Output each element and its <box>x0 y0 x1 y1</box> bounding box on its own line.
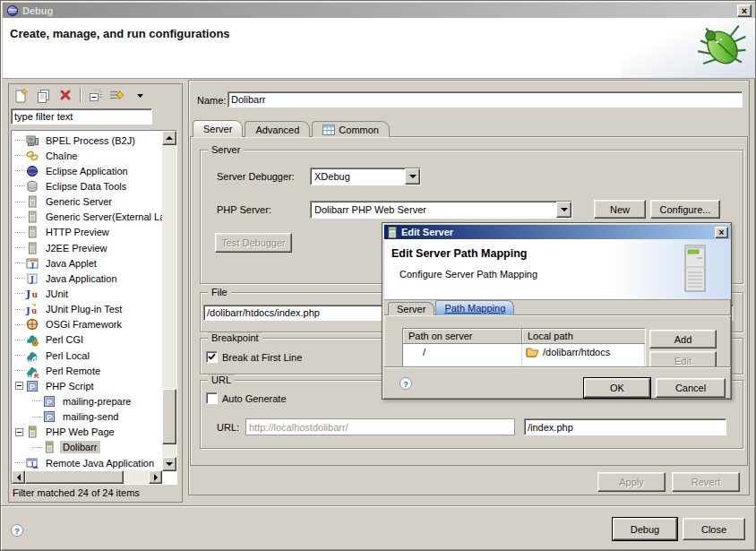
vertical-scroll-thumb[interactable] <box>162 389 176 444</box>
tree-item[interactable]: Eclipse Application <box>13 163 162 178</box>
tree-item[interactable]: JuJUnit <box>13 286 162 301</box>
scroll-up-button[interactable] <box>162 131 176 145</box>
tab-path-mapping[interactable]: Path Mapping <box>435 300 514 315</box>
titlebar: Debug × <box>3 3 755 18</box>
window-close-button[interactable]: × <box>737 4 752 17</box>
tree-item[interactable]: BPEL Process (B2J) <box>13 133 162 148</box>
tree-item[interactable]: PHP Web Page <box>13 425 162 440</box>
svg-text:J: J <box>25 288 30 300</box>
tree-item[interactable]: Generic Server <box>13 194 162 210</box>
tree-item-label: Perl CGI <box>43 333 86 346</box>
help-icon[interactable]: ? <box>399 376 413 391</box>
tree-item[interactable]: RPerl Remote <box>13 363 162 378</box>
svg-text:J: J <box>30 260 35 269</box>
help-icon[interactable]: ? <box>10 523 24 538</box>
svg-text:P: P <box>30 382 35 391</box>
horizontal-scroll-thumb[interactable] <box>25 470 124 484</box>
tree-item-label: Perl Local <box>43 349 92 362</box>
ok-button[interactable]: OK <box>584 378 650 398</box>
apply-button[interactable]: Apply <box>597 472 666 492</box>
svg-text:P: P <box>47 397 52 406</box>
edit-server-close-button[interactable]: × <box>715 227 728 238</box>
tab-label: Common <box>339 125 379 135</box>
dropdown-arrow-button[interactable] <box>132 87 148 103</box>
svg-text:u: u <box>31 306 37 315</box>
scroll-down-button[interactable] <box>162 457 176 471</box>
path-mapping-content: Path on server Local path / /dolibarr/ht… <box>384 314 731 366</box>
tree-item[interactable]: OSGi Framework <box>13 317 162 332</box>
tree-item-label: Generic Server <box>43 195 115 208</box>
form-tabs: Server Advanced Common <box>193 120 391 137</box>
debug-button[interactable]: Debug <box>613 518 677 540</box>
perl-cgi-icon <box>25 332 39 347</box>
eclipse-app-icon <box>25 164 39 178</box>
table-row[interactable]: / /dolibarr/htdocs <box>403 344 645 359</box>
collapse-all-button[interactable] <box>87 87 103 103</box>
tree-item-label: Java Applet <box>43 257 99 270</box>
delete-button[interactable] <box>57 87 73 103</box>
scroll-left-button[interactable] <box>12 470 25 484</box>
tree-item-label: PHP Web Page <box>43 426 117 438</box>
tree-item-label: Perl Remote <box>43 365 103 377</box>
tree-item[interactable]: Eclipse Data Tools <box>13 178 162 194</box>
tree-item[interactable]: Perl Local <box>13 348 162 363</box>
scroll-right-button[interactable] <box>149 470 162 484</box>
tree-item[interactable]: Pmailing-prepare <box>13 393 162 409</box>
tree-connector <box>15 155 25 156</box>
duplicate-button[interactable] <box>35 87 51 103</box>
tab-common[interactable]: Common <box>312 121 390 137</box>
tree-item[interactable]: J2EE Preview <box>13 240 162 255</box>
edit-server-dialog: Edit Server × Edit Server Path Mapping C… <box>382 222 732 400</box>
path-mapping-table[interactable]: Path on server Local path / /dolibarr/ht… <box>402 328 646 366</box>
tree-item-label: Eclipse Data Tools <box>43 180 129 193</box>
tab-label: Path Mapping <box>444 303 505 314</box>
tree-item-label: Generic Server(External La <box>43 211 162 223</box>
tree-item[interactable]: Generic Server(External La <box>13 210 162 225</box>
tree-item[interactable]: PPHP Script <box>13 378 162 393</box>
tree-item[interactable]: HTTP Preview <box>13 225 162 240</box>
tab-edit-server[interactable]: Server <box>388 302 434 315</box>
collapse-toggle[interactable] <box>15 382 23 390</box>
tree-connector <box>15 185 25 186</box>
name-input[interactable] <box>228 91 743 108</box>
tree-vertical-scrollbar[interactable] <box>162 131 176 471</box>
tree-connector <box>15 309 25 310</box>
php-script-icon: P <box>42 394 56 409</box>
tree-item[interactable]: JuJUnit Plug-in Test <box>13 302 162 317</box>
bug-icon <box>694 22 748 73</box>
filter-input[interactable] <box>11 108 152 125</box>
path-cell: / <box>403 344 522 359</box>
edit-server-banner: Edit Server Path Mapping Configure Serve… <box>384 239 731 300</box>
tree-item[interactable]: Chaîne <box>13 148 162 163</box>
tab-advanced[interactable]: Advanced <box>245 121 310 137</box>
php-script-icon: P <box>42 409 56 424</box>
svg-text:J: J <box>30 274 34 283</box>
svg-text:u: u <box>32 290 39 299</box>
tree-item-label: Java Application <box>43 272 120 285</box>
server-tower-icon <box>679 245 711 293</box>
tree-item[interactable]: JJava Application <box>13 271 162 286</box>
collapse-toggle[interactable] <box>15 428 23 436</box>
close-button[interactable]: Close <box>683 518 745 540</box>
tree-item[interactable]: JRemote Java Application <box>13 455 162 470</box>
osgi-icon <box>25 317 39 331</box>
edit-mapping-button[interactable]: Edit <box>649 351 717 366</box>
server-icon <box>25 194 39 209</box>
tree-item[interactable]: JJava Applet <box>13 255 162 271</box>
name-label: Name: <box>197 95 226 106</box>
filter-button[interactable] <box>109 87 125 103</box>
new-config-icon <box>13 88 29 103</box>
tree-item[interactable]: Dolibarr <box>13 440 162 455</box>
tab-server[interactable]: Server <box>193 120 243 137</box>
tree-item[interactable]: Perl CGI <box>13 332 162 348</box>
tree-connector <box>15 217 25 218</box>
server-icon <box>387 227 398 238</box>
tree-horizontal-scrollbar[interactable] <box>12 470 162 484</box>
revert-button[interactable]: Revert <box>672 472 740 492</box>
add-mapping-button[interactable]: Add <box>649 330 717 349</box>
tree-connector <box>15 278 25 279</box>
new-config-button[interactable] <box>13 87 29 103</box>
folder-icon <box>526 346 539 357</box>
tree-item[interactable]: Pmailing-send <box>13 409 162 425</box>
cancel-button[interactable]: Cancel <box>656 378 726 398</box>
